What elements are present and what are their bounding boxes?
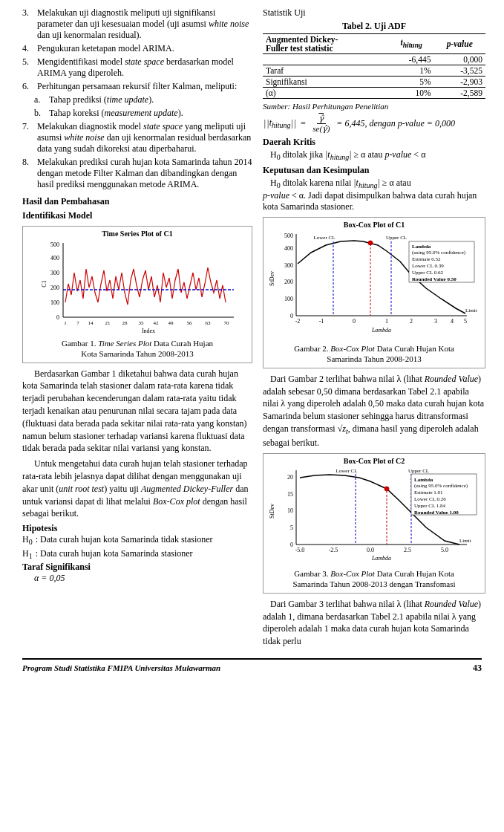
list-item-6a: a. Tahap prediksi (time update). — [22, 94, 252, 105]
col-header-2: thitung — [389, 34, 434, 54]
list-item-7: 7. Melakukan diagnostik model state spac… — [22, 121, 252, 155]
equals: = — [300, 118, 306, 129]
svg-text:100: 100 — [50, 299, 59, 306]
para-fig2: Dari Gambar 2 terlihat bahwa nilai λ (li… — [263, 373, 485, 449]
svg-text:Lower CL: Lower CL — [314, 235, 336, 241]
svg-text:200: 200 — [284, 279, 293, 285]
item-text-8: Melakukan prediksi curah hujan kota Sama… — [37, 157, 252, 190]
svg-text:70: 70 — [224, 320, 230, 326]
table-row-3: Signifikansi 5% -2,903 — [263, 77, 485, 88]
figure-1-caption: Gambar 1. Time Series Plot Data Curah Hu… — [26, 338, 249, 360]
svg-text:400: 400 — [50, 255, 59, 261]
svg-text:Lower CL      0.39: Lower CL 0.39 — [412, 263, 444, 269]
item-text-5: Mengidentifikasi model state space berda… — [37, 56, 252, 79]
list-item-8: 8. Melakukan prediksi curah hujan kota S… — [22, 157, 252, 190]
taraf-title: Taraf Signifikansi — [22, 562, 252, 573]
formula-thitung: thitung — [269, 117, 291, 129]
item-num-6a: a. — [34, 94, 46, 105]
row3-col3: -2,903 — [434, 77, 486, 88]
list-item-6: 6. Perhitungan persamaan rekursif filter… — [22, 81, 252, 92]
svg-text:0: 0 — [290, 313, 293, 319]
svg-text:20: 20 — [287, 474, 293, 481]
figure-2-box: Box-Cox Plot of C1 0 100 200 300 400 500 — [263, 217, 485, 368]
table-row-1: -6,445 0,000 — [263, 54, 485, 65]
svg-text:3: 3 — [434, 318, 437, 325]
para-fig3: Dari Gambar 3 terlihat bahwa nilai λ (li… — [263, 598, 485, 648]
formula-rhs: = 6,445, dengan p-value = 0,000 — [336, 118, 455, 129]
row4-col2: 10% — [389, 88, 434, 99]
svg-text:14: 14 — [88, 320, 94, 326]
svg-text:Rounded Value   0.50: Rounded Value 0.50 — [412, 276, 456, 282]
svg-text:0: 0 — [290, 542, 293, 548]
formula-lhs: | thitung | — [263, 117, 297, 129]
svg-text:Upper CL: Upper CL — [386, 235, 407, 241]
figure-3-title: Box-Cox Plot of C2 — [266, 457, 482, 465]
fraction-numer: γ̂ — [317, 114, 327, 124]
item-text-6a: Tahap prediksi (time update). — [49, 94, 154, 105]
sub-identifikasi: Identifikasi Model — [22, 210, 252, 221]
svg-text:4: 4 — [451, 318, 454, 325]
figure-2-chart: 0 100 200 300 400 500 600 StDev -2 -1 0 … — [266, 230, 482, 341]
h0-text: : Data curah hujan kota Samarinda tidak … — [36, 534, 213, 546]
svg-text:2.5: 2.5 — [404, 547, 411, 553]
h1-text: : Data curah hujan kota Samarinda stasio… — [36, 548, 193, 560]
svg-text:15: 15 — [287, 491, 293, 498]
row1-col1 — [263, 54, 389, 65]
svg-text:Limit: Limit — [465, 308, 477, 313]
boxcox2-svg: 0 5 10 15 20 StDev -5.0 -2.5 0.0 2.5 5.0 — [266, 467, 482, 563]
figure-1-box: Time Series Plot of C1 0 100 200 300 400… — [22, 226, 252, 363]
para-fig1: Berdasarkan Gambar 1 diketahui bahwa dat… — [22, 368, 252, 455]
svg-text:500: 500 — [284, 233, 293, 239]
section-hasil: Hasil dan Pembahasan — [22, 196, 252, 207]
item-text-6: Perhitungan persamaan rekursif filter Ka… — [37, 81, 237, 92]
svg-text:7: 7 — [76, 320, 79, 326]
svg-text:Upper CL      1.84: Upper CL 1.84 — [414, 503, 445, 509]
svg-text:200: 200 — [50, 285, 59, 291]
main-content: 3. Melakukan uji diagnostik meliputi uji… — [22, 7, 482, 651]
svg-text:1: 1 — [64, 320, 67, 326]
svg-text:Lambda: Lambda — [371, 327, 391, 334]
critical-text: H0 ditolak jika |thitung| ≥ α atau p-val… — [270, 149, 485, 161]
footer-program: Program Studi Statistika FMIPA Universit… — [22, 663, 220, 672]
right-column: Statistik Uji Tabel 2. Uji ADF Augmented… — [263, 7, 485, 651]
table-caption: Tabel 2. Uji ADF — [263, 21, 485, 32]
figure-1-title: Time Series Plot of C1 — [26, 230, 249, 238]
adf-table: Tabel 2. Uji ADF Augmented Dickey-Fuller… — [263, 21, 485, 99]
svg-text:100: 100 — [284, 296, 293, 302]
item-text-4: Pengukuran ketetapan model ARIMA. — [37, 43, 174, 54]
row4-col3: -2,589 — [434, 88, 486, 99]
svg-text:Upper CL: Upper CL — [408, 468, 429, 474]
page-footer: Program Studi Statistika FMIPA Universit… — [22, 658, 482, 674]
h1-label: H1 — [22, 548, 33, 560]
col-header-3: p-value — [434, 34, 486, 54]
svg-text:-1: -1 — [319, 318, 324, 325]
item-num-3: 3. — [22, 7, 34, 41]
svg-text:300: 300 — [284, 262, 293, 269]
footer-page-num: 43 — [473, 663, 482, 674]
svg-text:500: 500 — [50, 241, 59, 248]
figure-3-box: Box-Cox Plot of C2 0 5 10 15 20 — [263, 453, 485, 594]
svg-text:Lambda: Lambda — [412, 244, 431, 250]
list-item-3: 3. Melakukan uji diagnostik meliputi uji… — [22, 7, 252, 41]
col-header-1: Augmented Dickey-Fuller test statistic — [263, 34, 389, 54]
row3-col2: 5% — [389, 77, 434, 88]
svg-text:42: 42 — [154, 320, 160, 326]
stat-title: Statistik Uji — [263, 7, 485, 19]
svg-text:28: 28 — [122, 320, 128, 326]
h1-line: H1 : Data curah hujan kota Samarinda sta… — [22, 548, 252, 560]
row1-col3: 0,000 — [434, 54, 486, 65]
svg-text:(using 95.0% confidence): (using 95.0% confidence) — [412, 250, 466, 256]
item-text-7: Melakukan diagnostik model state space y… — [37, 121, 252, 155]
h0-line: H0 : Data curah hujan kota Samarinda tid… — [22, 534, 252, 546]
svg-text:2: 2 — [410, 318, 413, 325]
svg-text:5: 5 — [464, 318, 467, 325]
svg-text:35: 35 — [139, 320, 145, 326]
figure-2-caption: Gambar 2. Box-Cox Plot Data Curah Hujan … — [266, 343, 482, 365]
table-row-2: Taraf 1% -3,525 — [263, 65, 485, 77]
para-fig1-2: Untuk mengetahui data curah hujan telah … — [22, 458, 252, 520]
item-num-8: 8. — [22, 157, 34, 190]
figure-1-chart: 0 100 200 300 400 500 C1 1 7 14 21 28 — [37, 239, 238, 336]
figure-2-title: Box-Cox Plot of C1 — [266, 221, 482, 229]
figure-3-chart: 0 5 10 15 20 StDev -5.0 -2.5 0.0 2.5 5.0 — [266, 467, 482, 566]
svg-text:5.0: 5.0 — [441, 547, 448, 553]
